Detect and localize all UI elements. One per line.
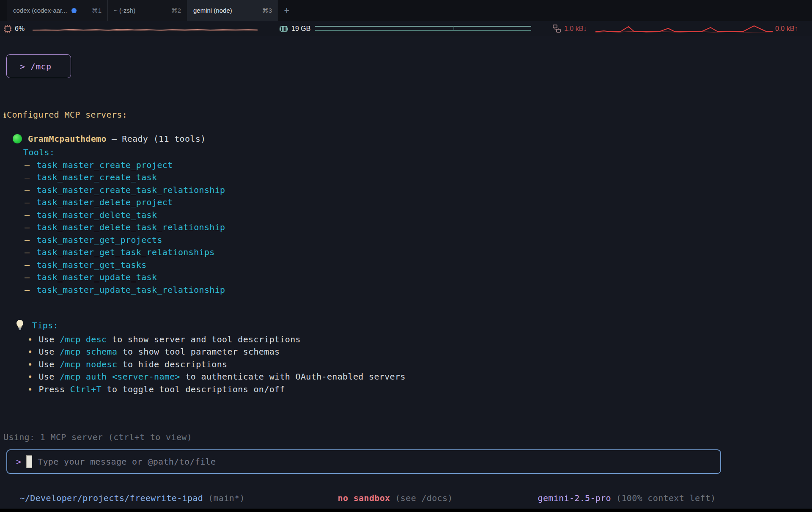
input-placeholder: Type your message or @path/to/file [38, 457, 216, 467]
mcp-server-row: GramMcpauthdemo – Ready (11 tools) [13, 134, 206, 144]
mcp-servers-header-text: Configured MCP servers: [7, 110, 127, 120]
tip-row: • Use /mcp auth <server-name> to authent… [27, 372, 406, 382]
tabbar-left-margin [0, 0, 7, 21]
tip-row: • Use /mcp desc to show server and tool … [27, 334, 301, 344]
tip-command: /mcp schema [60, 347, 117, 357]
tab-codex-shortcut: ⌘1 [92, 7, 102, 14]
footer-path-group: ~/Developer/projects/freewrite-ipad(main… [3, 485, 245, 511]
tool-bullet: – [25, 235, 30, 245]
tool-row: – task_master_get_tasks [25, 260, 147, 270]
tool-name: task_master_create_task [36, 172, 157, 182]
tool-name: task_master_delete_task [36, 210, 157, 220]
tool-bullet: – [25, 210, 30, 220]
tools-label: Tools: [23, 147, 55, 157]
tab-codex[interactable]: codex (codex-aar... ⌘1 [7, 0, 108, 21]
tab-gemini-title: gemini (node) [193, 7, 232, 14]
sandbox-hint: (see /docs) [395, 493, 453, 503]
tip-text-post: to show tool parameter schemas [117, 347, 280, 357]
footer-model-group: gemini-2.5-pro(100% context left) [521, 485, 716, 511]
tip-text-post: to show server and tool descriptions [107, 334, 301, 344]
tool-row: – task_master_update_task_relationship [25, 285, 225, 295]
text-cursor [26, 455, 32, 468]
tip-bullet: • [27, 334, 33, 344]
tab-zsh-shortcut: ⌘2 [171, 7, 181, 14]
sandbox-status: no sandbox [338, 493, 390, 503]
tool-row: – task_master_create_task_relationship [25, 185, 225, 195]
tool-row: – task_master_get_projects [25, 235, 162, 245]
tool-name: task_master_create_project [36, 160, 173, 170]
tab-gemini[interactable]: gemini (node) ⌘3 [187, 0, 278, 21]
command-echo-box: > /mcp [6, 54, 71, 78]
tab-zsh-title: ~ (-zsh) [114, 7, 135, 14]
tool-name: task_master_delete_project [36, 197, 173, 207]
tips-label: Tips: [32, 320, 58, 330]
tip-text-post: to toggle tool descriptions on/off [102, 384, 285, 394]
memory-amount: 19 GB [291, 25, 310, 33]
network-icon [552, 24, 561, 33]
lightbulb-icon [15, 319, 25, 332]
tool-name: task_master_get_tasks [36, 260, 146, 270]
tool-row: – task_master_get_task_relationships [25, 247, 215, 257]
tip-text-pre: Use [38, 347, 60, 357]
tip-row: • Press Ctrl+T to toggle tool descriptio… [27, 384, 285, 394]
tool-bullet: – [25, 172, 30, 182]
tip-command: Ctrl+T [70, 384, 102, 394]
tool-name: task_master_get_projects [36, 235, 162, 245]
tip-row: • Use /mcp nodesc to hide descriptions [27, 359, 228, 369]
tool-row: – task_master_delete_task_relationship [25, 222, 225, 232]
server-status: Ready (11 tools) [122, 134, 206, 144]
tab-gemini-shortcut: ⌘3 [262, 7, 272, 14]
tips-header: Tips: [15, 319, 58, 332]
new-tab-button[interactable]: + [278, 0, 295, 21]
cpu-percent: 6% [15, 25, 25, 33]
tool-bullet: – [25, 222, 30, 232]
tip-command: /mcp desc [60, 334, 107, 344]
tip-bullet: • [27, 359, 33, 369]
mcp-usage-hint: Using: 1 MCP server (ctrl+t to view) [3, 432, 192, 442]
working-directory: ~/Developer/projects/freewrite-ipad [20, 493, 203, 503]
tool-bullet: – [25, 197, 30, 207]
cpu-chip-icon [3, 25, 12, 33]
tool-name: task_master_get_task_relationships [36, 247, 214, 257]
cpu-status: 6% [3, 22, 25, 36]
tip-command: /mcp nodesc [60, 359, 117, 369]
tool-name: task_master_delete_task_relationship [36, 222, 225, 232]
tool-name: task_master_create_task_relationship [36, 185, 225, 195]
terminal-window: codex (codex-aar... ⌘1 ~ (-zsh) ⌘2 gemin… [0, 0, 812, 512]
info-icon: ℹ [3, 111, 6, 119]
context-remaining: (100% context left) [616, 493, 716, 503]
tab-zsh[interactable]: ~ (-zsh) ⌘2 [108, 0, 187, 21]
message-input[interactable]: > Type your message or @path/to/file [6, 449, 721, 474]
network-up-rate: 0.0 kB↑ [775, 25, 798, 33]
tip-command: /mcp auth <server-name> [60, 372, 180, 382]
tip-text-pre: Use [38, 372, 60, 382]
memory-status: 19 GB [279, 22, 310, 36]
tool-row: – task_master_create_task [25, 172, 157, 182]
tool-bullet: – [25, 185, 30, 195]
server-ready-dot-icon [13, 134, 22, 143]
tool-bullet: – [25, 247, 30, 257]
tip-bullet: • [27, 384, 33, 394]
network-up-status: 0.0 kB↑ [775, 22, 798, 36]
tab-bar: codex (codex-aar... ⌘1 ~ (-zsh) ⌘2 gemin… [0, 0, 812, 21]
tool-row: – task_master_delete_task [25, 210, 157, 220]
command-echo-text: > /mcp [20, 61, 51, 72]
tool-bullet: – [25, 272, 30, 282]
tip-bullet: • [27, 372, 33, 382]
tool-row: – task_master_delete_project [25, 197, 173, 207]
footer-sandbox-group: no sandbox(see /docs) [321, 485, 453, 511]
tool-bullet: – [25, 260, 30, 270]
tip-text-post: to hide descriptions [117, 359, 227, 369]
bottom-black-strip [0, 509, 812, 512]
mcp-servers-header: ℹ Configured MCP servers: [3, 110, 127, 120]
tip-text-pre: Press [38, 384, 70, 394]
tip-text-pre: Use [38, 334, 60, 344]
cpu-graph [33, 23, 258, 34]
tip-bullet: • [27, 347, 33, 357]
tab-codex-title: codex (codex-aar... [13, 7, 67, 14]
tool-bullet: – [25, 160, 30, 170]
activity-dot-icon [71, 8, 77, 13]
server-name: GramMcpauthdemo [28, 134, 107, 144]
tip-text-pre: Use [38, 359, 60, 369]
git-branch: (main*) [208, 493, 245, 503]
